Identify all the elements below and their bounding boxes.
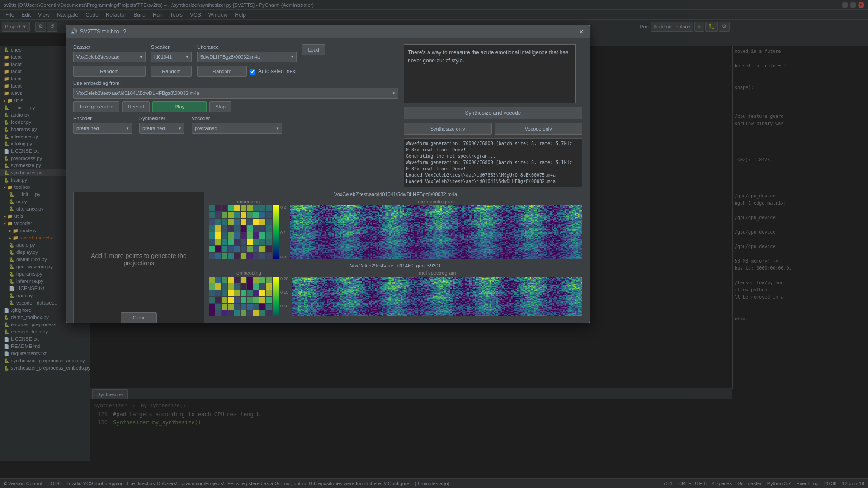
dialog-title-icon: 🔊 [71,28,77,35]
esv-row: Encoder pretrained Synthesizer pretraine… [73,116,398,134]
dialog-close-btn[interactable]: ✕ [578,28,585,35]
log-line-3: Waveform generation: 76000/76800 (batch … [406,160,580,172]
log-line-4: Loaded VoxCeleb2\test\aac\id07663\lM9gUr… [406,172,580,178]
projection-text: Add 1 more points to generate the projec… [74,243,204,276]
utterance-label: Utterance [197,44,297,50]
log-line-1: Waveform generation: 76000/76800 (batch … [406,141,580,153]
spec1-mel-block: mel spectrogram [290,199,582,259]
dialog-title-bar: 🔊 SV2TTS toolbox ? ✕ [66,25,590,38]
spec2-title: VoxCeleb2\test\aac_id01460_gen_59201 [209,263,582,268]
spec1-embedding-label: embedding [209,199,287,204]
auto-select-checkbox[interactable] [250,69,255,75]
spec2-content: embedding [209,270,582,316]
utterance-group: Utterance 5dwDLHFBgz8\00032.m4a Random A… [197,44,297,77]
spec1-embedding-block: embedding [209,199,287,259]
dataset-select-wrapper: VoxCeleb2\test\aac [73,52,146,62]
vocoder-label: Vocoder [192,116,282,121]
dialog-help-btn[interactable]: ? [123,28,126,35]
spec2-embedding-label: embedding [209,270,289,276]
utterance-btn-row: Random Auto select next [197,66,297,77]
embedding-row: VoxCeleb2\test\aac\id01041\5dwDLHFBgz8\0… [73,88,398,99]
embedding-path-wrapper: VoxCeleb2\test\aac\id01041\5dwDLHFBgz8\0… [73,88,398,99]
dialog-title-text: SV2TTS toolbox [80,28,119,35]
speaker-random-btn[interactable]: Random [151,66,192,77]
spec2-mel-label: mel spectrogram [292,270,582,276]
encoder-select-wrapper: pretrained [73,123,132,134]
encoder-select[interactable]: pretrained [73,123,132,134]
synthesizer-label: Synthesizer [139,116,184,121]
synthesizer-select-wrapper: pretrained [139,123,184,134]
svg-text:0.1: 0.1 [280,230,286,235]
spectrogram-section: VoxCeleb2\test\aac\id01041\5dwDLHFBgz8\0… [209,192,582,316]
clear-btn[interactable]: Clear [121,312,157,323]
embedding-canvas-2 [209,277,272,316]
spec2-embedding-block: embedding [209,270,289,316]
vocoder-group: Vocoder pretrained [192,116,282,134]
spec1-embed-row: 0.2 0.1 0.0 [209,205,287,259]
dialog-controls-left: Dataset VoxCeleb2\test\aac Random Speake… [73,44,398,187]
load-btn-container: Load [302,44,325,55]
load-button[interactable]: Load [302,44,325,55]
stop-btn[interactable]: Stop [209,101,231,112]
dataset-group: Dataset VoxCeleb2\test\aac Random [73,44,146,77]
synthesize-only-btn[interactable]: Synthesize only [404,123,492,135]
embedding-canvas-1 [209,205,272,259]
svg-text:0.15: 0.15 [280,290,288,295]
svg-text:0.10: 0.10 [280,304,288,308]
utterance-random-btn[interactable]: Random [197,66,247,77]
svg-rect-0 [273,205,279,259]
vocode-only-btn[interactable]: Vocode only [495,123,583,135]
play-btn[interactable]: Play [152,101,207,112]
utterance-text-area[interactable]: There's a way to measure the acute emoti… [404,44,576,103]
dataset-random-btn[interactable]: Random [73,66,146,77]
synthesize-vocode-btn[interactable]: Synthesize and vocode [404,107,582,119]
encoder-group: Encoder pretrained [73,116,132,134]
encoder-label: Encoder [73,116,132,121]
log-line-5: Loaded VoxCeleb2\test\aac\id01041\5dwDLH… [406,178,580,185]
playback-row: Take generated Record Play Stop [73,101,398,112]
record-btn[interactable]: Record [122,101,150,112]
svg-text:0.20: 0.20 [280,277,288,281]
spec1-title: VoxCeleb2\test\aac\id01041\5dwDLHFBgz8\0… [209,192,582,197]
dialog-top-section: Dataset VoxCeleb2\test\aac Random Speake… [73,44,582,187]
utterance-select-wrapper: 5dwDLHFBgz8\00032.m4a [197,52,297,62]
mel-canvas-1 [290,205,582,259]
spec-row-1: VoxCeleb2\test\aac\id01041\5dwDLHFBgz8\0… [209,192,582,259]
auto-select-label: Auto select next [258,68,297,75]
speaker-group: Speaker id01041 Random [151,44,192,77]
dialog-right-panel: There's a way to measure the acute emoti… [404,44,582,187]
embedding-path-select[interactable]: VoxCeleb2\test\aac\id01041\5dwDLHFBgz8\0… [73,88,398,99]
log-area: Waveform generation: 76000/76800 (batch … [404,138,582,187]
projection-panel: Add 1 more points to generate the projec… [73,192,204,323]
spec2-mel-block: mel spectrogram [292,270,582,316]
speaker-label: Speaker [151,44,192,50]
dataset-select[interactable]: VoxCeleb2\test\aac [73,52,146,62]
vocoder-select[interactable]: pretrained [192,123,282,134]
embedding-section: Use embedding from: VoxCeleb2\test\aac\i… [73,80,398,99]
svg-rect-4 [273,277,279,316]
speaker-select-wrapper: id01041 [151,52,192,62]
svg-text:0.0: 0.0 [280,255,286,259]
svg-text:0.2: 0.2 [280,205,286,210]
synthesizer-select[interactable]: pretrained [139,123,184,134]
synthesizer-group: Synthesizer pretrained [139,116,184,134]
colorbar2-svg: 0.20 0.15 0.10 0.05 0.00 [273,277,289,316]
utterance-select[interactable]: 5dwDLHFBgz8\00032.m4a [197,52,297,62]
take-generated-btn[interactable]: Take generated [73,101,119,112]
synth-btn-row: Synthesize only Vocode only [404,123,582,135]
mel-canvas-2 [292,277,582,316]
spec2-embed-row: 0.20 0.15 0.10 0.05 0.00 [209,277,289,316]
auto-select-row: Auto select next [250,66,297,77]
colorbar2: 0.20 0.15 0.10 0.05 0.00 [273,277,289,316]
spec1-mel-label: mel spectrogram [290,199,582,204]
log-line-2: Generating the mel spectrogram... [406,153,580,160]
dialog-bottom-section: Add 1 more points to generate the projec… [73,192,582,316]
dialog-body: Dataset VoxCeleb2\test\aac Random Speake… [66,38,590,323]
spec1-content: embedding [209,199,582,259]
vocoder-select-wrapper: pretrained [192,123,282,134]
colorbar1-svg: 0.2 0.1 0.0 [273,205,287,259]
dataset-label: Dataset [73,44,146,50]
colorbar1: 0.2 0.1 0.0 [273,205,287,259]
speaker-select[interactable]: id01041 [151,52,192,62]
spec-row-2: VoxCeleb2\test\aac_id01460_gen_59201 emb… [209,263,582,316]
